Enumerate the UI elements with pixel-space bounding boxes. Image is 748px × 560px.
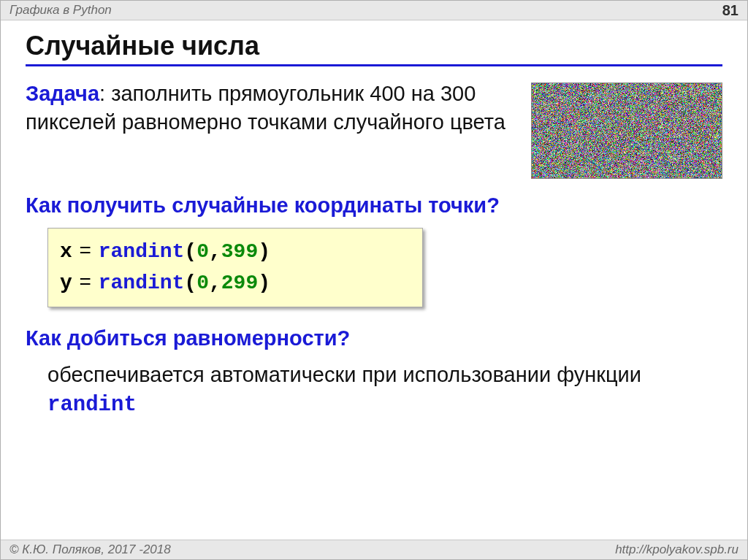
page-number: 81 — [722, 2, 739, 19]
task-text: Задача: заполнить прямоугольник 400 на 3… — [26, 80, 514, 137]
code-open: ( — [184, 240, 196, 263]
footer-copyright: © К.Ю. Поляков, 2017 -2018 — [9, 542, 171, 557]
code-fn: randint — [99, 272, 185, 294]
code-open: ( — [184, 272, 196, 294]
code-num-a: 0 — [196, 272, 209, 294]
answer-pre: обеспечивается автоматически при использ… — [47, 363, 641, 386]
code-line-2: y = randint(0,299) — [60, 267, 411, 299]
code-fn: randint — [99, 240, 185, 263]
footer-bar: © К.Ю. Поляков, 2017 -2018 http://kpolya… — [1, 540, 747, 559]
header-title: Графика в Python — [9, 3, 112, 18]
footer-url: http://kpolyakov.spb.ru — [615, 542, 739, 557]
code-num-a: 0 — [196, 240, 209, 263]
answer-text: обеспечивается автоматически при использ… — [26, 361, 722, 419]
header-bar: Графика в Python 81 — [1, 1, 747, 20]
code-num-b: 399 — [221, 240, 258, 263]
question-uniformity: Как добиться равномерности? — [26, 326, 722, 350]
code-eq: = — [72, 270, 99, 293]
code-line-1: x = randint(0,399) — [60, 236, 411, 267]
code-comma: , — [209, 272, 221, 294]
slide-heading: Случайные числа — [26, 31, 722, 61]
answer-fn: randint — [47, 393, 137, 417]
code-var: y — [60, 272, 72, 294]
code-box: x = randint(0,399) y = randint(0,299) — [47, 228, 423, 307]
heading-rule — [26, 64, 722, 66]
code-eq: = — [72, 239, 99, 261]
slide: Графика в Python 81 Случайные числа Зада… — [0, 0, 748, 560]
random-noise-image — [531, 83, 722, 179]
code-close: ) — [258, 272, 270, 294]
content-area: Случайные числа Задача: заполнить прямоу… — [1, 20, 747, 419]
code-num-b: 299 — [221, 272, 258, 294]
question-coordinates: Как получить случайные координаты точки? — [26, 193, 722, 218]
task-label: Задача — [26, 82, 99, 105]
code-var: x — [60, 240, 72, 263]
code-close: ) — [258, 240, 270, 263]
code-comma: , — [209, 240, 221, 263]
task-row: Задача: заполнить прямоугольник 400 на 3… — [26, 80, 722, 179]
